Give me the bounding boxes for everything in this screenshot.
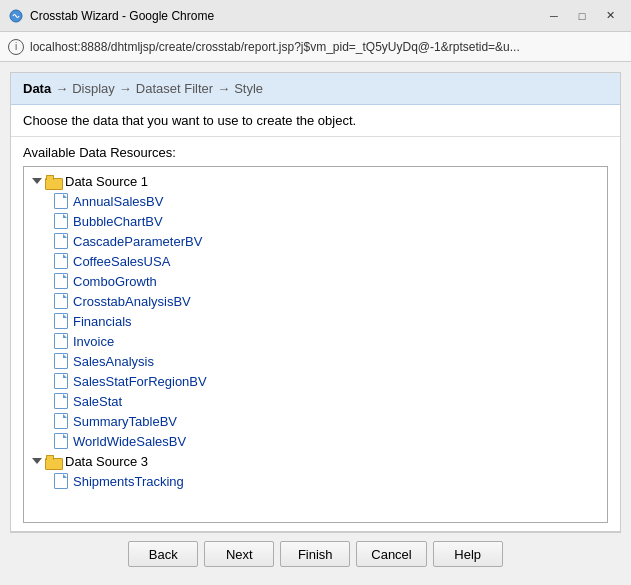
list-item[interactable]: SummaryTableBV <box>24 411 607 431</box>
breadcrumb-step-dataset-filter: Dataset Filter <box>136 81 213 96</box>
doc-icon-worldwidesalesbv <box>52 433 70 449</box>
list-item[interactable]: SalesAnalysis <box>24 351 607 371</box>
dialog-outer: Data → Display → Dataset Filter → Style … <box>0 62 631 585</box>
doc-icon-summarytablebv <box>52 413 70 429</box>
list-item[interactable]: ShipmentsTracking <box>24 471 607 491</box>
tree-item-label: WorldWideSalesBV <box>73 434 186 449</box>
resources-section: Available Data Resources: Data Source 1 … <box>11 137 620 531</box>
app-icon <box>8 8 24 24</box>
breadcrumb-arrow-2: → <box>119 81 132 96</box>
breadcrumb-arrow-3: → <box>217 81 230 96</box>
doc-icon-invoice <box>52 333 70 349</box>
tree-item-label: Invoice <box>73 334 114 349</box>
tree-item-label: CoffeeSalesUSA <box>73 254 170 269</box>
close-button[interactable]: ✕ <box>597 6 623 26</box>
tree-item-label: ShipmentsTracking <box>73 474 184 489</box>
tree-item-label: SalesStatForRegionBV <box>73 374 207 389</box>
cancel-button[interactable]: Cancel <box>356 541 426 567</box>
tree-item-label: BubbleChartBV <box>73 214 163 229</box>
tree-item-label: CrosstabAnalysisBV <box>73 294 191 309</box>
resources-label: Available Data Resources: <box>23 145 608 160</box>
doc-icon-cascadeparameterbv <box>52 233 70 249</box>
doc-icon-combogrowth <box>52 273 70 289</box>
description-text: Choose the data that you want to use to … <box>23 113 356 128</box>
list-item[interactable]: CascadeParameterBV <box>24 231 607 251</box>
tree-item-label: ComboGrowth <box>73 274 157 289</box>
list-item[interactable]: SalesStatForRegionBV <box>24 371 607 391</box>
window-controls: ─ □ ✕ <box>541 6 623 26</box>
expand-icon-datasource1[interactable] <box>32 176 42 186</box>
description-bar: Choose the data that you want to use to … <box>11 105 620 137</box>
breadcrumb-step-display: Display <box>72 81 115 96</box>
help-button[interactable]: Help <box>433 541 503 567</box>
list-item[interactable]: Invoice <box>24 331 607 351</box>
address-bar: i localhost:8888/dhtmljsp/create/crossta… <box>0 32 631 62</box>
minimize-button[interactable]: ─ <box>541 6 567 26</box>
tree-item-label: Financials <box>73 314 132 329</box>
breadcrumb-step-data: Data <box>23 81 51 96</box>
list-item[interactable]: Financials <box>24 311 607 331</box>
tree-item-label: SaleStat <box>73 394 122 409</box>
tree-item-label: AnnualSalesBV <box>73 194 163 209</box>
tree-group-datasource3[interactable]: Data Source 3 <box>24 451 607 471</box>
doc-icon-salestat <box>52 393 70 409</box>
doc-icon-financials <box>52 313 70 329</box>
doc-icon-annualsalesbv <box>52 193 70 209</box>
list-item[interactable]: BubbleChartBV <box>24 211 607 231</box>
list-item[interactable]: SaleStat <box>24 391 607 411</box>
tree-container[interactable]: Data Source 1 AnnualSalesBV BubbleChartB… <box>23 166 608 523</box>
maximize-button[interactable]: □ <box>569 6 595 26</box>
list-item[interactable]: CrosstabAnalysisBV <box>24 291 607 311</box>
window-title: Crosstab Wizard - Google Chrome <box>30 9 541 23</box>
doc-icon-crosstabanalysisbv <box>52 293 70 309</box>
finish-button[interactable]: Finish <box>280 541 350 567</box>
back-button[interactable]: Back <box>128 541 198 567</box>
tree-item-label: CascadeParameterBV <box>73 234 202 249</box>
info-icon: i <box>8 39 24 55</box>
list-item[interactable]: CoffeeSalesUSA <box>24 251 607 271</box>
expand-icon-datasource3[interactable] <box>32 456 42 466</box>
url-text: localhost:8888/dhtmljsp/create/crosstab/… <box>30 40 520 54</box>
folder-icon-datasource3 <box>44 453 62 469</box>
list-item[interactable]: AnnualSalesBV <box>24 191 607 211</box>
tree-group-label-datasource3: Data Source 3 <box>65 454 148 469</box>
list-item[interactable]: ComboGrowth <box>24 271 607 291</box>
doc-icon-coffeesalesusa <box>52 253 70 269</box>
window-titlebar: Crosstab Wizard - Google Chrome ─ □ ✕ <box>0 0 631 32</box>
doc-icon-shipmentstracking <box>52 473 70 489</box>
tree-group-label-datasource1: Data Source 1 <box>65 174 148 189</box>
doc-icon-salesanalysis <box>52 353 70 369</box>
next-button[interactable]: Next <box>204 541 274 567</box>
breadcrumb-arrow-1: → <box>55 81 68 96</box>
breadcrumb: Data → Display → Dataset Filter → Style <box>11 73 620 105</box>
tree-item-label: SalesAnalysis <box>73 354 154 369</box>
doc-icon-salesstatforregionbv <box>52 373 70 389</box>
tree-item-label: SummaryTableBV <box>73 414 177 429</box>
breadcrumb-step-style: Style <box>234 81 263 96</box>
tree-group-datasource1[interactable]: Data Source 1 <box>24 171 607 191</box>
folder-icon-datasource1 <box>44 173 62 189</box>
footer-buttons: Back Next Finish Cancel Help <box>10 532 621 575</box>
doc-icon-bubblechartbv <box>52 213 70 229</box>
dialog-inner: Data → Display → Dataset Filter → Style … <box>10 72 621 532</box>
list-item[interactable]: WorldWideSalesBV <box>24 431 607 451</box>
